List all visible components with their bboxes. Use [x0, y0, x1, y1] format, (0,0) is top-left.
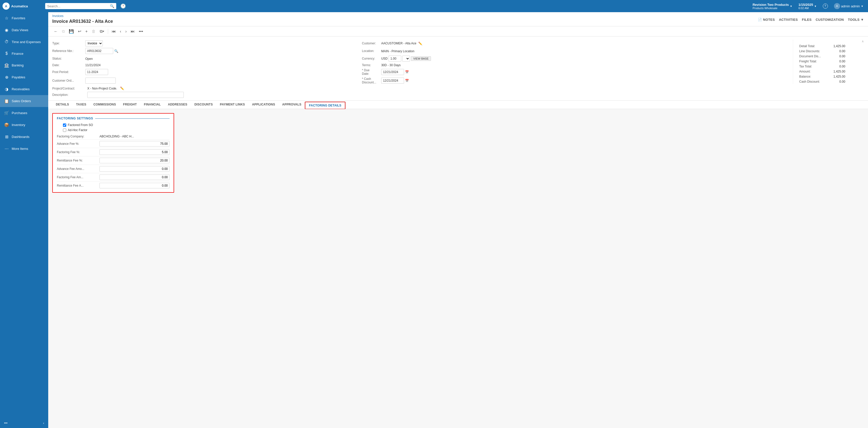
app-logo[interactable]: A Acumatica — [3, 3, 43, 10]
save-button[interactable]: 💾 — [67, 28, 75, 35]
remittance-fee-amt-input[interactable] — [99, 183, 169, 188]
factoring-fee-pct-input[interactable] — [99, 149, 169, 155]
paste-menu-button[interactable]: ⧉▾ — [98, 28, 106, 35]
sidebar-label-payables: Payables — [12, 75, 25, 79]
currency-dropdown[interactable] — [402, 56, 410, 62]
history-button[interactable]: 🕐 — [118, 2, 128, 10]
undo-button[interactable]: ↩ — [76, 28, 83, 35]
files-button[interactable]: FILES — [802, 18, 811, 22]
date-selector[interactable]: 1/15/2025 6:02 AM ▼ — [797, 2, 819, 11]
advance-fee-pct-input[interactable] — [99, 141, 169, 146]
back-button[interactable]: ← — [52, 28, 59, 35]
help-button[interactable]: ? — [821, 3, 830, 10]
view-base-button[interactable]: VIEW BASE — [411, 56, 431, 61]
tab-factoring-details[interactable]: FACTORING DETAILS — [305, 102, 345, 109]
project-edit-icon[interactable]: ✏️ — [120, 87, 124, 90]
advance-fee-amt-input[interactable] — [99, 166, 169, 172]
copy-button[interactable]: ⧉ — [60, 28, 66, 35]
factored-from-so-checkbox[interactable] — [63, 124, 66, 127]
ref-value-cell: 🔍 — [85, 47, 356, 55]
search-input[interactable] — [47, 4, 108, 8]
time-expenses-icon: ⏱ — [4, 39, 9, 44]
sidebar-item-receivables[interactable]: ◑ Receivables — [0, 83, 48, 95]
more-actions-button[interactable]: ••• — [137, 28, 145, 35]
tab-commissions[interactable]: COMMISSIONS — [90, 101, 120, 109]
page-header: Invoices Invoice AR013632 - Alta Ace 📄 N… — [48, 12, 868, 26]
company-name: Revision Two Products — [752, 3, 789, 7]
cash-discount-calendar-icon[interactable]: 📅 — [405, 79, 409, 83]
remittance-fee-pct-row: Remittance Fee %: — [57, 157, 169, 164]
sidebar-label-sales-orders: Sales Orders — [12, 99, 31, 103]
summary-collapse-button[interactable]: ∧ — [862, 39, 864, 43]
delete-button[interactable]: 🗑 — [90, 28, 97, 35]
sidebar-item-more-items[interactable]: ⋯ More Items — [0, 143, 48, 155]
location-label: Location: — [356, 47, 381, 55]
cash-discount-value-cell: 📅 — [381, 76, 789, 85]
due-date-calendar-icon[interactable]: 📅 — [405, 70, 409, 74]
activities-button[interactable]: ACTIVITIES — [779, 18, 798, 22]
advance-fee-pct-row: Advance Fee %: — [57, 140, 169, 147]
date-chevron: ▼ — [814, 5, 817, 8]
sidebar-item-purchases[interactable]: 🛒 Purchases — [0, 107, 48, 119]
tools-button[interactable]: TOOLS ▼ — [848, 18, 864, 22]
tab-taxes[interactable]: TAXES — [72, 101, 90, 109]
customization-button[interactable]: CUSTOMIZATION — [816, 18, 844, 22]
notes-icon: 📄 — [758, 18, 762, 22]
sidebar-item-finance[interactable]: $ Finance — [0, 48, 48, 59]
tab-applications[interactable]: APPLICATIONS — [248, 101, 279, 109]
due-date-input[interactable] — [381, 69, 404, 75]
search-box[interactable]: 🔍 — [45, 3, 116, 9]
user-menu[interactable]: A admin admin ▼ — [832, 2, 865, 10]
currency-label: Currency: — [356, 55, 381, 62]
sidebar-item-inventory[interactable]: 📦 Inventory — [0, 119, 48, 131]
customer-ord-input[interactable] — [85, 77, 116, 84]
post-period-input[interactable] — [85, 69, 108, 75]
detail-total-value: 1,425.00 — [825, 44, 845, 49]
description-input[interactable] — [87, 92, 184, 98]
cash-discount-input[interactable] — [381, 77, 404, 84]
tab-approvals[interactable]: APPROVALS — [279, 101, 305, 109]
sidebar-item-banking[interactable]: 🏦 Banking — [0, 59, 48, 71]
sidebar-collapse-button[interactable]: ‹ — [43, 421, 44, 425]
sidebar-more-icon[interactable]: ••• — [4, 421, 8, 425]
currency-rate-input[interactable] — [389, 56, 401, 62]
next-record-button[interactable]: › — [124, 28, 128, 35]
tab-addresses[interactable]: ADDRESSES — [164, 101, 191, 109]
advance-fee-amt-row: Advance Fee Amo... — [57, 165, 169, 172]
company-selector[interactable]: Revision Two Products Products Wholesale… — [750, 2, 795, 11]
tab-details[interactable]: DETAILS — [52, 101, 72, 109]
ref-search-icon[interactable]: 🔍 — [114, 49, 118, 53]
prev-record-button[interactable]: ‹ — [118, 28, 123, 35]
tab-payment-links[interactable]: PAYMENT LINKS — [216, 101, 248, 109]
first-record-button[interactable]: ⏮ — [110, 28, 117, 35]
factoring-fee-amt-input[interactable] — [99, 174, 169, 180]
summary-section: ∧ Detail Total: 1,425.00 Line Discounts:… — [793, 39, 864, 84]
freight-total-label: Freight Total: — [799, 59, 825, 64]
customer-edit-icon[interactable]: ✏️ — [418, 41, 422, 45]
document-dis-value: 0.00 — [825, 54, 845, 59]
last-record-button[interactable]: ⏭ — [129, 28, 136, 35]
type-select[interactable]: Invoice — [85, 40, 103, 46]
tab-discounts[interactable]: DISCOUNTS — [191, 101, 216, 109]
date-label: Date: — [52, 62, 85, 68]
breadcrumb[interactable]: Invoices — [52, 14, 113, 18]
top-navigation: A Acumatica 🔍 🕐 Revision Two Products Pr… — [0, 0, 868, 12]
ref-input[interactable] — [85, 48, 113, 54]
sidebar-label-more-items: More Items — [12, 147, 28, 151]
sidebar-item-dashboards[interactable]: ⊞ Dashboards — [0, 131, 48, 143]
sidebar-item-data-views[interactable]: ◉ Data Views — [0, 24, 48, 36]
sidebar-item-time-expenses[interactable]: ⏱ Time and Expenses — [0, 36, 48, 48]
sidebar-item-sales-orders[interactable]: 📋 Sales Orders — [0, 95, 48, 107]
adhoc-factor-checkbox[interactable] — [63, 129, 66, 132]
tab-freight[interactable]: FREIGHT — [120, 101, 141, 109]
add-button[interactable]: + — [84, 28, 89, 35]
remittance-fee-pct-input[interactable] — [99, 158, 169, 163]
sidebar-item-payables[interactable]: ⊕ Payables — [0, 71, 48, 83]
notes-button[interactable]: 📄 NOTES — [758, 18, 775, 22]
tools-chevron-icon: ▼ — [861, 18, 864, 22]
main-content: Invoices Invoice AR013632 - Alta Ace 📄 N… — [48, 12, 868, 428]
sidebar-item-favorites[interactable]: ☆ Favorites — [0, 12, 48, 24]
tab-financial[interactable]: FINANCIAL — [141, 101, 164, 109]
purchases-icon: 🛒 — [4, 110, 9, 116]
description-label: Description: — [52, 93, 85, 97]
